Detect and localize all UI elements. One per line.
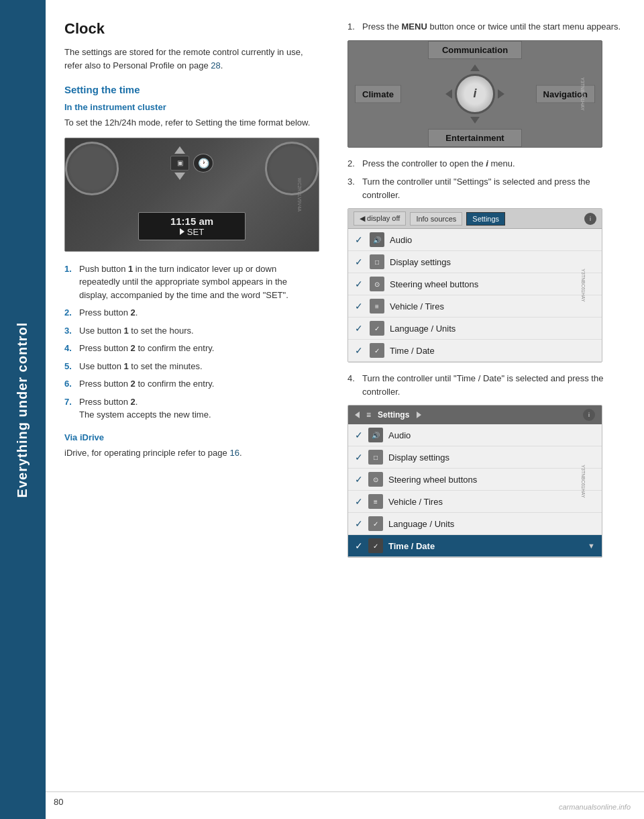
right-step-1: 1. Press the MENU button once or twice u… [347, 20, 627, 34]
step-5: 5. Use button 1 to set the minutes. [64, 360, 317, 373]
clock-icon: 🕐 [193, 154, 213, 173]
settings2-language-icon: ✓ [368, 516, 383, 531]
sidebar-label: Everything under control [15, 322, 31, 497]
cluster-set-text: SET [152, 227, 231, 237]
left-column: Clock The settings are stored for the re… [46, 0, 334, 819]
menu-item-display: ✓ □ Display settings [348, 251, 602, 273]
intro-paragraph: The settings are stored for the remote c… [64, 46, 317, 72]
gauge-left [65, 142, 119, 195]
tab-info-sources: Info sources [410, 212, 462, 226]
menu-item-time: ✓ ✓ Time / Date [348, 340, 602, 362]
footer-watermark: carmanualsonline.info [559, 803, 631, 811]
settings-info-icon: i [584, 213, 596, 225]
language-icon: ✓ [370, 321, 384, 336]
entertainment-label: Entertainment [428, 129, 522, 147]
tab-settings-active: Settings [466, 212, 505, 226]
settings-menu-2: ≡ Settings i ✓ 🔊 Audio ✓ □ Display setti… [347, 405, 602, 558]
settings2-item-language: ✓ ✓ Language / Units [348, 513, 602, 535]
instrument-cluster-subheading: In the instrument cluster [64, 102, 317, 112]
navigation-label: Navigation [536, 85, 595, 103]
display-icon: □ [370, 254, 384, 269]
right-steps-list: 1. Press the MENU button once or twice u… [347, 20, 627, 34]
icon-box-1: ▣ [170, 156, 189, 171]
settings2-audio-icon: 🔊 [368, 428, 383, 442]
right-step-4-list: 4. Turn the controller until "Time / Dat… [347, 372, 627, 398]
steps-list: 1. Push button 1 in the turn indicator l… [64, 262, 317, 422]
sidebar: Everything under control [0, 0, 46, 819]
cluster-bg: ▣ 🕐 11:15 am SET WC2RBLV9V4A [65, 138, 319, 251]
right-step-3: 3. Turn the controller until "Settings" … [347, 175, 627, 201]
page-divider [46, 791, 644, 792]
settings-tabs-header: ◀ display off Info sources Settings i [348, 209, 602, 229]
menu-item-steering: ✓ ⊙ Steering wheel buttons [348, 273, 602, 295]
tab-display-off: ◀ display off [354, 211, 406, 226]
settings2-header: ≡ Settings i [348, 405, 602, 424]
settings2-item-display: ✓ □ Display settings [348, 446, 602, 469]
step-6: 6. Press button 2 to confirm the entry. [64, 377, 317, 391]
settings2-watermark: Y3TNBC61HAY [581, 465, 586, 497]
idrive-main-screen: Communication Climate Navigation i Enter… [347, 40, 602, 148]
step-4: 4. Press button 2 to confirm the entry. [64, 342, 317, 355]
step-2: 2. Press button 2. [64, 306, 317, 320]
idrive-watermark: Y3TNBC61HAY [580, 77, 585, 110]
set-arrow-icon [180, 228, 184, 235]
cluster-time-text: 11:15 am [152, 215, 231, 227]
intro-link[interactable]: 28 [211, 60, 220, 70]
cluster-watermark: WC2RBLV9V4A [297, 177, 301, 211]
settings2-item-steering: ✓ ⊙ Steering wheel buttons [348, 469, 602, 491]
main-content: Clock The settings are stored for the re… [46, 0, 644, 819]
right-column: 1. Press the MENU button once or twice u… [334, 0, 644, 819]
menu-item-vehicle: ✓ ≡ Vehicle / Tires [348, 295, 602, 318]
time-icon: ✓ [370, 343, 384, 358]
settings2-title: Settings [378, 410, 409, 420]
via-idrive-heading: Via iDrive [64, 432, 317, 442]
setting-time-heading: Setting the time [64, 84, 317, 95]
cluster-icon-row: ▣ 🕐 [170, 146, 213, 180]
subsection-desc: To set the 12h/24h mode, refer to Settin… [64, 116, 317, 130]
audio-icon: 🔊 [370, 232, 384, 247]
settings2-arrow-left-icon [355, 412, 360, 418]
page-title: Clock [64, 20, 317, 38]
steering-icon: ⊙ [370, 277, 384, 291]
cluster-image: ▣ 🕐 11:15 am SET WC2RBLV9V4A [64, 138, 319, 252]
menu-item-audio: ✓ 🔊 Audio [348, 229, 602, 251]
right-steps-2-3: 2. Press the controller to open the i me… [347, 157, 627, 202]
settings-watermark: Y3TNBC61HAY [581, 269, 586, 301]
step-7: 7. Press button 2.The system accepts the… [64, 395, 317, 422]
settings-menu-1: ◀ display off Info sources Settings i ✓ … [347, 208, 602, 363]
right-step-2: 2. Press the controller to open the i me… [347, 157, 627, 171]
settings2-item-audio: ✓ 🔊 Audio [348, 424, 602, 446]
intro-text: The settings are stored for the remote c… [64, 47, 303, 70]
menu-item-language: ✓ ✓ Language / Units [348, 318, 602, 340]
idrive-link[interactable]: 16 [229, 448, 239, 458]
page-number: 80 [54, 797, 63, 807]
right-step-4: 4. Turn the controller until "Time / Dat… [347, 372, 627, 398]
settings2-time-icon: ✓ [368, 538, 383, 553]
settings2-vehicle-icon: ≡ [368, 494, 383, 509]
settings2-steering-icon: ⊙ [368, 472, 383, 487]
settings2-item-timedate: ✓ ✓ Time / Date ▼ [348, 535, 602, 557]
gauge-right [265, 142, 319, 195]
time-display-bar: 11:15 am SET [138, 212, 246, 240]
settings2-item-vehicle: ✓ ≡ Vehicle / Tires [348, 491, 602, 513]
cluster-icons: ▣ 🕐 [170, 146, 213, 183]
comm-label: Communication [428, 41, 522, 59]
settings2-arrow-right-icon [417, 412, 421, 418]
step-1: 1. Push button 1 in the turn indicator l… [64, 262, 317, 302]
settings2-display-icon: □ [368, 450, 383, 465]
idrive-controller: i [455, 74, 495, 114]
step-3: 3. Use button 1 to set the hours. [64, 324, 317, 338]
settings2-info-icon: i [583, 409, 595, 421]
settings2-arrow-down-icon: ▼ [588, 542, 595, 550]
via-idrive-text: iDrive, for operating principle refer to… [64, 446, 317, 460]
climate-label: Climate [355, 85, 401, 103]
vehicle-icon: ≡ [370, 299, 384, 314]
